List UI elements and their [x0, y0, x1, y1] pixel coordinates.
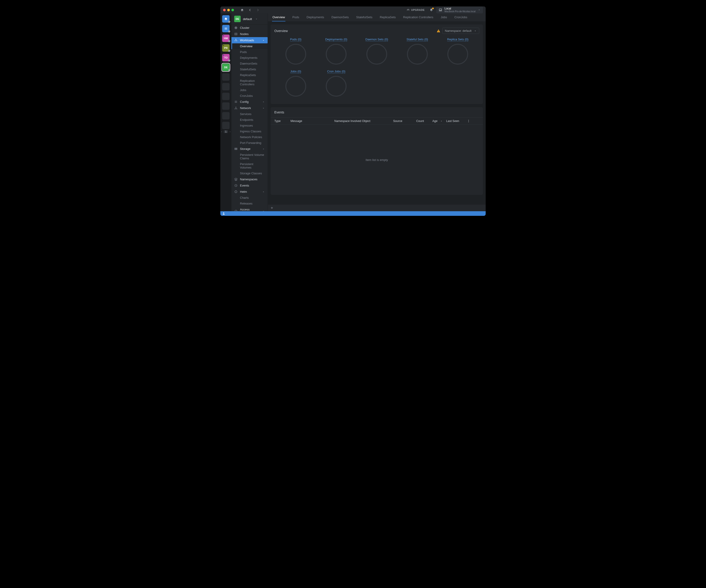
- tab[interactable]: DaemonSets: [331, 13, 349, 22]
- overview-circle: Jobs (0): [277, 70, 315, 97]
- rail-item[interactable]: [222, 73, 230, 81]
- overview-circle-link[interactable]: Cron Jobs (0): [327, 70, 345, 74]
- overview-circle-link[interactable]: Pods (0): [290, 38, 301, 42]
- namespace-switcher[interactable]: DE default: [231, 13, 268, 25]
- sidebar-helm-label: Helm: [240, 190, 247, 194]
- sidebar-item-workloads[interactable]: Workloads: [231, 37, 268, 43]
- rail-item[interactable]: PR: [222, 44, 230, 52]
- gear-icon: [228, 69, 231, 72]
- list-icon: [224, 27, 228, 31]
- sidebar-subitem[interactable]: Pods: [231, 49, 268, 55]
- sidebar-item-namespaces[interactable]: Namespaces: [231, 176, 268, 182]
- rail-item[interactable]: [222, 122, 230, 129]
- sidebar-subitem[interactable]: Persistent Volume Claims: [231, 152, 268, 161]
- sidebar-cluster-label: Cluster: [240, 26, 249, 30]
- close-window[interactable]: [223, 9, 226, 11]
- rail-item[interactable]: [222, 102, 230, 110]
- overview-circle-link[interactable]: Daemon Sets (0): [365, 38, 388, 42]
- namespace-select[interactable]: Namespace: default: [442, 28, 479, 34]
- sidebar-item-config[interactable]: Config: [231, 99, 268, 105]
- forward-button[interactable]: [255, 7, 261, 13]
- events-column-header[interactable]: Type: [274, 119, 290, 123]
- sliders-icon: [234, 100, 238, 103]
- terminal-bar[interactable]: [268, 204, 486, 211]
- sidebar-subitem[interactable]: ReplicaSets: [231, 72, 268, 78]
- sidebar-subitem[interactable]: Endpoints: [231, 117, 268, 123]
- sidebar-namespaces-label: Namespaces: [240, 177, 258, 181]
- sidebar-item-storage[interactable]: Storage: [231, 146, 268, 152]
- tab[interactable]: Overview: [272, 13, 285, 22]
- sidebar-item-network[interactable]: Network: [231, 105, 268, 111]
- events-column-header[interactable]: Namespace: [334, 119, 350, 123]
- upgrade-button[interactable]: UPGRADE: [405, 8, 427, 11]
- sidebar-subitem[interactable]: CronJobs: [231, 93, 268, 99]
- rail-item[interactable]: HM: [222, 35, 230, 42]
- cluster-host: MacBook-Pro-de-Nicolas.local: [444, 10, 476, 13]
- sidebar-subitem[interactable]: Port Forwarding: [231, 140, 268, 146]
- tab[interactable]: StatefulSets: [356, 13, 373, 22]
- sidebar-subitem[interactable]: Services: [231, 111, 268, 117]
- chevron-up-icon: [262, 107, 265, 110]
- more-vert-icon: [467, 119, 470, 123]
- rail-item[interactable]: [222, 25, 230, 32]
- tab[interactable]: CronJobs: [454, 13, 468, 22]
- shield-icon: [234, 210, 238, 211]
- overview-circle-link[interactable]: Jobs (0): [290, 70, 301, 74]
- tab[interactable]: Pods: [292, 13, 300, 22]
- events-column-header[interactable]: Source: [393, 119, 416, 123]
- sidebar-item-nodes[interactable]: Nodes: [231, 31, 268, 37]
- tab[interactable]: ReplicaSets: [379, 13, 396, 22]
- overview-circle-link[interactable]: Replica Sets (0): [447, 38, 468, 42]
- window-controls: [223, 9, 234, 11]
- sidebar-subitem[interactable]: DaemonSets: [231, 60, 268, 67]
- tab[interactable]: Jobs: [440, 13, 447, 22]
- events-column-header[interactable]: Age: [432, 119, 446, 123]
- statusbar: [220, 211, 486, 216]
- chevron-down-icon: [478, 8, 481, 11]
- sidebar-subitem[interactable]: Network Policies: [231, 134, 268, 140]
- minimize-window[interactable]: [227, 9, 230, 11]
- back-button[interactable]: [247, 7, 253, 13]
- rail-item[interactable]: [222, 83, 230, 90]
- sidebar-item-access-control[interactable]: Access Control: [231, 206, 268, 211]
- home-button[interactable]: [239, 7, 245, 13]
- sidebar-subitem[interactable]: Ingress Classes: [231, 128, 268, 134]
- events-header-menu[interactable]: [467, 119, 474, 123]
- sidebar-subitem[interactable]: Replication Controllers: [231, 78, 268, 87]
- sidebar-subitem[interactable]: Overview: [231, 43, 268, 49]
- namespace-select-label: Namespace: default: [445, 29, 472, 33]
- sidebar-subitem[interactable]: Releases: [231, 201, 268, 206]
- notifications-button[interactable]: [428, 7, 434, 13]
- tab[interactable]: Replication Controllers: [403, 13, 434, 22]
- overview-circle: Deployments (0): [317, 38, 356, 65]
- sidebar-subitem[interactable]: Persistent Volumes: [231, 161, 268, 170]
- overview-circle-link[interactable]: Stateful Sets (0): [406, 38, 428, 42]
- gear-icon: [228, 20, 231, 23]
- events-column-header[interactable]: Involved Object: [350, 119, 393, 123]
- sidebar-subitem[interactable]: Charts: [231, 195, 268, 201]
- zoom-window[interactable]: [231, 9, 234, 11]
- rail-item[interactable]: [222, 112, 230, 119]
- events-panel: Events TypeMessageNamespaceInvolved Obje…: [271, 107, 483, 195]
- rail-item[interactable]: [222, 93, 230, 100]
- sidebar-item-helm[interactable]: Helm: [231, 188, 268, 195]
- overview-circle-link[interactable]: Deployments (0): [325, 38, 347, 42]
- sidebar-subitem[interactable]: Ingresses: [231, 123, 268, 128]
- chevron-down-icon: [474, 30, 477, 32]
- sidebar-events-label: Events: [240, 184, 249, 187]
- sidebar-item-cluster[interactable]: Cluster: [231, 25, 268, 31]
- rail-item[interactable]: DE: [222, 64, 230, 71]
- cluster-selector[interactable]: Local MacBook-Pro-de-Nicolas.local: [436, 6, 483, 13]
- sidebar-subitem[interactable]: StatefulSets: [231, 67, 268, 72]
- rail-pager[interactable]: 1: [220, 129, 231, 134]
- tab[interactable]: Deployments: [306, 13, 325, 22]
- events-column-header[interactable]: Count: [416, 119, 432, 123]
- events-column-header[interactable]: Last Seen: [446, 119, 467, 123]
- rail-item[interactable]: TO: [222, 54, 230, 61]
- sidebar-subitem[interactable]: Deployments: [231, 55, 268, 60]
- sidebar-subitem[interactable]: Storage Classes: [231, 170, 268, 176]
- sidebar-item-events[interactable]: Events: [231, 182, 268, 188]
- sidebar-subitem[interactable]: Jobs: [231, 87, 268, 93]
- rail-item[interactable]: [222, 15, 230, 23]
- events-column-header[interactable]: Message: [290, 119, 334, 123]
